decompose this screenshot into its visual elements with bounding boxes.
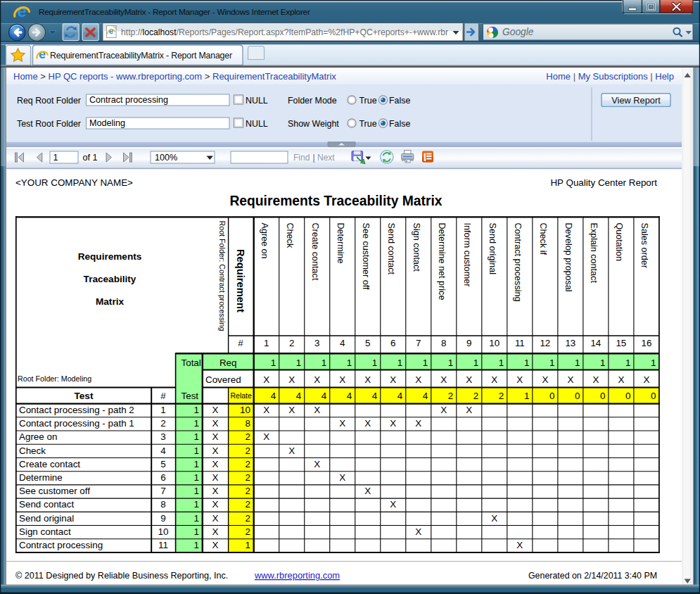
svg-text:5: 5 [160, 459, 165, 469]
svg-text:1: 1 [448, 358, 453, 368]
svg-text:Contract processing: Contract processing [19, 540, 103, 550]
svg-text:Send original: Send original [488, 223, 497, 275]
svg-text:Root Folder: Contract processi: Root Folder: Contract processing [218, 221, 227, 331]
svg-text:2: 2 [473, 391, 478, 401]
svg-text:Find: Find [293, 153, 310, 163]
svg-text:1: 1 [246, 540, 250, 550]
svg-text:X: X [314, 374, 320, 385]
svg-text:X: X [314, 459, 320, 469]
svg-text:X: X [516, 540, 523, 550]
svg-text:X: X [288, 405, 295, 415]
svg-text:2: 2 [499, 391, 504, 401]
svg-text:1: 1 [296, 358, 301, 368]
svg-text:X: X [212, 499, 219, 510]
svg-text:Home | My Subscriptions | Help: Home | My Subscriptions | Help [546, 71, 674, 82]
svg-text:Inform customer: Inform customer [462, 223, 472, 287]
svg-text:3: 3 [160, 431, 165, 442]
svg-text:X: X [390, 499, 396, 510]
svg-text:Send original: Send original [19, 513, 74, 524]
svg-text:1: 1 [194, 526, 199, 537]
svg-text:0: 0 [600, 391, 605, 401]
svg-text:Check if: Check if [538, 223, 548, 255]
svg-text:Requirements: Requirements [78, 251, 142, 262]
svg-text:X: X [618, 374, 624, 385]
svg-text:Agree on: Agree on [260, 223, 269, 259]
svg-text:e: e [109, 26, 114, 36]
svg-text:2: 2 [246, 459, 250, 469]
svg-text:7: 7 [416, 338, 421, 348]
svg-text:X: X [212, 459, 219, 469]
svg-text:1: 1 [194, 472, 199, 483]
svg-text:Create contact: Create contact [19, 459, 80, 469]
svg-text:2: 2 [246, 499, 250, 510]
svg-text:2: 2 [246, 513, 250, 524]
svg-text:11: 11 [515, 338, 525, 348]
svg-text:Google: Google [502, 27, 534, 37]
svg-text:1: 1 [194, 405, 199, 415]
svg-text:X: X [263, 374, 269, 385]
svg-text:False: False [389, 96, 410, 106]
svg-text:X: X [567, 374, 573, 385]
svg-text:1: 1 [194, 418, 199, 429]
svg-text:15: 15 [616, 338, 626, 348]
svg-text:1: 1 [194, 459, 199, 469]
svg-text:True: True [359, 96, 377, 106]
svg-text:Total: Total [182, 358, 201, 368]
svg-text:13: 13 [565, 338, 575, 348]
svg-text:X: X [364, 374, 371, 385]
svg-text:X: X [415, 418, 421, 429]
svg-text:www.rbreporting.com: www.rbreporting.com [254, 570, 340, 581]
svg-text:Matrix: Matrix [96, 296, 124, 307]
svg-text:Next: Next [317, 153, 335, 163]
svg-text:Sign contact: Sign contact [19, 526, 71, 537]
svg-text:X: X [212, 431, 219, 442]
svg-text:Contract processing: Contract processing [513, 223, 523, 302]
svg-text:2: 2 [246, 526, 250, 537]
svg-text:2: 2 [448, 391, 453, 401]
svg-text:1: 1 [524, 358, 529, 368]
svg-text:Determine net price: Determine net price [437, 223, 447, 301]
svg-text:9: 9 [466, 338, 471, 348]
svg-text:4: 4 [322, 391, 327, 401]
svg-text:See customer off: See customer off [361, 223, 371, 290]
svg-text:X: X [542, 374, 548, 385]
svg-text:4: 4 [160, 446, 166, 456]
svg-text:4: 4 [340, 338, 345, 348]
svg-text:1: 1 [575, 358, 580, 368]
svg-text:4: 4 [271, 391, 276, 401]
svg-text:Contact processing - path 2: Contact processing - path 2 [19, 405, 134, 415]
svg-text:#: # [160, 391, 166, 401]
svg-text:1: 1 [499, 358, 504, 368]
svg-text:Generated on 2/14/2011 3:40 PM: Generated on 2/14/2011 3:40 PM [528, 571, 657, 581]
svg-text:X: X [390, 418, 396, 429]
svg-text:X: X [643, 374, 649, 385]
svg-text:Send contact: Send contact [386, 223, 396, 275]
svg-text:1: 1 [524, 391, 529, 401]
svg-text:X: X [314, 405, 320, 415]
svg-text:Contact processing - path 1: Contact processing - path 1 [19, 418, 134, 429]
svg-text:6: 6 [160, 472, 165, 483]
svg-text:2: 2 [160, 418, 165, 429]
svg-text:Req: Req [219, 358, 237, 368]
svg-text:0: 0 [575, 391, 580, 401]
svg-text:X: X [212, 540, 219, 550]
svg-text:4: 4 [347, 391, 352, 401]
svg-text:Sign contact: Sign contact [412, 223, 421, 272]
svg-text:14: 14 [590, 338, 601, 348]
svg-text:1: 1 [322, 358, 326, 368]
svg-text:1: 1 [194, 540, 199, 550]
svg-text:X: X [491, 374, 497, 385]
svg-text:Relate: Relate [231, 391, 253, 400]
svg-text:|: | [313, 153, 315, 163]
svg-text:7: 7 [160, 486, 165, 496]
svg-text:X: X [466, 405, 472, 415]
svg-text:2: 2 [246, 446, 250, 456]
svg-text:1: 1 [264, 338, 269, 348]
svg-text:X: X [339, 472, 345, 483]
svg-text:2: 2 [246, 472, 250, 483]
svg-text:Test: Test [182, 391, 199, 401]
svg-text:Covered: Covered [205, 374, 241, 385]
svg-text:1: 1 [625, 358, 630, 368]
svg-text:X: X [212, 446, 219, 456]
svg-text:11: 11 [158, 540, 168, 550]
